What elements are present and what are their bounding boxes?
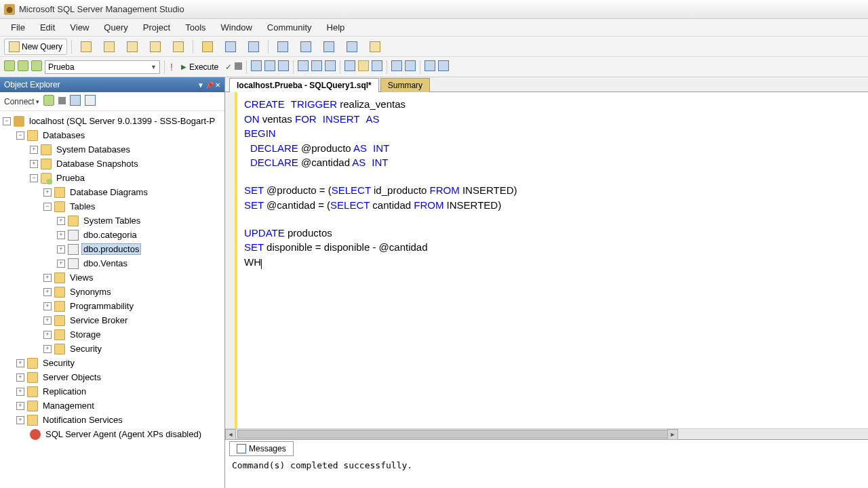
cancel-query-button[interactable] — [235, 62, 242, 72]
scrollbar-thumb[interactable] — [237, 430, 671, 439]
stop-icon[interactable] — [58, 97, 66, 106]
tree-management-node[interactable]: +Management — [0, 399, 224, 413]
sql-editor[interactable]: CREATE TRIGGER realiza_ventas ON ventas … — [225, 92, 868, 428]
object-explorer-toolbar: Connect ▾ — [0, 92, 224, 111]
tree-synonyms-node[interactable]: +Synonyms — [0, 285, 224, 299]
editor-pane: localhost.Prueba - SQLQuery1.sql* Summar… — [225, 77, 868, 488]
separator — [340, 60, 340, 74]
connect-icon[interactable] — [4, 60, 15, 73]
uncomment-icon[interactable] — [438, 60, 449, 73]
results-to-grid-icon[interactable] — [311, 60, 322, 73]
menu-community[interactable]: Community — [260, 20, 319, 35]
tree-tables-node[interactable]: −Tables — [0, 199, 224, 214]
toolbar-extra-2[interactable] — [296, 39, 316, 55]
tree-views-node[interactable]: +Views — [0, 270, 224, 285]
folder-icon — [54, 287, 65, 298]
tree-table-productos[interactable]: +dbo.productos — [0, 242, 224, 256]
filter-icon[interactable] — [70, 95, 81, 108]
editor-margin — [225, 92, 237, 428]
comment-icon[interactable] — [425, 60, 435, 73]
tree-system-tables-node[interactable]: +System Tables — [0, 214, 224, 228]
toolbar2-icon-5[interactable] — [358, 60, 369, 73]
tree-server-node[interactable]: −localhost (SQL Server 9.0.1399 - SSS-Bo… — [0, 114, 224, 128]
object-explorer-tree[interactable]: −localhost (SQL Server 9.0.1399 - SSS-Bo… — [0, 111, 224, 488]
horizontal-scrollbar[interactable]: ◄ ► — [225, 428, 868, 439]
change-connection-icon[interactable] — [18, 60, 28, 73]
toolbar-mdx-icon[interactable] — [99, 39, 119, 55]
tree-security-node[interactable]: +Security — [0, 356, 224, 370]
tree-security-inner-node[interactable]: +Security — [0, 342, 224, 356]
dropdown-icon[interactable]: ▼ — [197, 81, 204, 89]
folder-icon — [27, 386, 38, 397]
separator — [293, 60, 294, 74]
tree-system-databases-node[interactable]: +System Databases — [0, 142, 224, 157]
folder-icon — [54, 272, 65, 283]
folder-icon — [27, 401, 38, 411]
toolbar-template-icon[interactable] — [168, 39, 189, 55]
menu-view[interactable]: View — [63, 20, 96, 35]
save-all-button[interactable] — [243, 39, 264, 55]
messages-tab[interactable]: Messages — [229, 441, 294, 456]
menu-project[interactable]: Project — [136, 20, 177, 35]
refresh-icon[interactable] — [43, 95, 54, 108]
tree-table-ventas[interactable]: +dbo.Ventas — [0, 256, 224, 270]
toolbar2-icon-3[interactable] — [278, 60, 289, 73]
toolbar-dmx-icon[interactable] — [122, 39, 142, 55]
object-explorer-title: Object Explorer — [4, 80, 60, 89]
filter2-icon[interactable] — [85, 95, 96, 108]
toolbar-xmla-icon[interactable] — [145, 39, 165, 55]
toolbar2-icon-2[interactable] — [264, 60, 275, 73]
folder-icon — [27, 372, 38, 383]
debug-icon[interactable]: ! — [169, 62, 174, 73]
menu-window[interactable]: Window — [214, 20, 259, 35]
toolbar-extra-5[interactable] — [365, 39, 385, 55]
menu-query[interactable]: Query — [97, 20, 134, 35]
toolbar-extra-4[interactable] — [342, 39, 362, 55]
tree-databases-node[interactable]: −Databases — [0, 128, 224, 142]
separator — [387, 60, 387, 74]
results-to-file-icon[interactable] — [325, 60, 336, 73]
menu-tools[interactable]: Tools — [178, 20, 212, 35]
save-button[interactable] — [220, 39, 241, 55]
disconnect-icon[interactable] — [31, 60, 42, 73]
tree-prueba-db-node[interactable]: −Prueba — [0, 171, 224, 185]
tree-programmability-node[interactable]: +Programmability — [0, 299, 224, 313]
results-to-text-icon[interactable] — [298, 60, 309, 73]
tree-storage-node[interactable]: +Storage — [0, 327, 224, 342]
new-query-button[interactable]: New Query — [4, 39, 67, 55]
toolbar2-icon-1[interactable] — [251, 60, 262, 73]
execute-button[interactable]: Execute — [177, 61, 222, 73]
folder-icon — [41, 144, 52, 155]
toolbar-de-query-icon[interactable] — [76, 39, 96, 55]
parse-button[interactable]: ✓ — [225, 62, 232, 72]
scroll-left-icon[interactable]: ◄ — [225, 429, 236, 440]
tree-server-objects-node[interactable]: +Server Objects — [0, 370, 224, 384]
toolbar-extra-1[interactable] — [273, 39, 293, 55]
menu-file[interactable]: File — [4, 20, 32, 35]
pin-icon[interactable]: 📌 — [205, 81, 214, 89]
tab-sqlquery1[interactable]: localhost.Prueba - SQLQuery1.sql* — [229, 78, 379, 92]
toolbar2-icon-4[interactable] — [344, 60, 355, 73]
sql-code[interactable]: CREATE TRIGGER realiza_ventas ON ventas … — [237, 92, 868, 428]
toolbar2-icon-6[interactable] — [372, 60, 382, 73]
database-selector[interactable]: Prueba ▼ — [45, 60, 160, 74]
folder-icon — [68, 216, 79, 226]
tree-snapshots-node[interactable]: +Database Snapshots — [0, 157, 224, 171]
connect-dropdown[interactable]: Connect ▾ — [4, 97, 39, 106]
tab-summary[interactable]: Summary — [380, 78, 430, 92]
open-file-button[interactable] — [197, 39, 218, 55]
outdent-icon[interactable] — [405, 60, 416, 73]
menu-edit[interactable]: Edit — [33, 20, 62, 35]
tree-service-broker-node[interactable]: +Service Broker — [0, 313, 224, 327]
messages-icon — [237, 444, 246, 453]
menu-help[interactable]: Help — [320, 20, 352, 35]
tree-agent-node[interactable]: SQL Server Agent (Agent XPs disabled) — [0, 427, 224, 441]
tree-notification-node[interactable]: +Notification Services — [0, 413, 224, 427]
indent-icon[interactable] — [391, 60, 402, 73]
tree-diagrams-node[interactable]: +Database Diagrams — [0, 185, 224, 199]
tree-replication-node[interactable]: +Replication — [0, 384, 224, 399]
close-icon[interactable]: ✕ — [215, 81, 220, 89]
tree-table-categoria[interactable]: +dbo.categoria — [0, 228, 224, 242]
scroll-right-icon[interactable]: ► — [667, 429, 678, 440]
toolbar-extra-3[interactable] — [319, 39, 339, 55]
